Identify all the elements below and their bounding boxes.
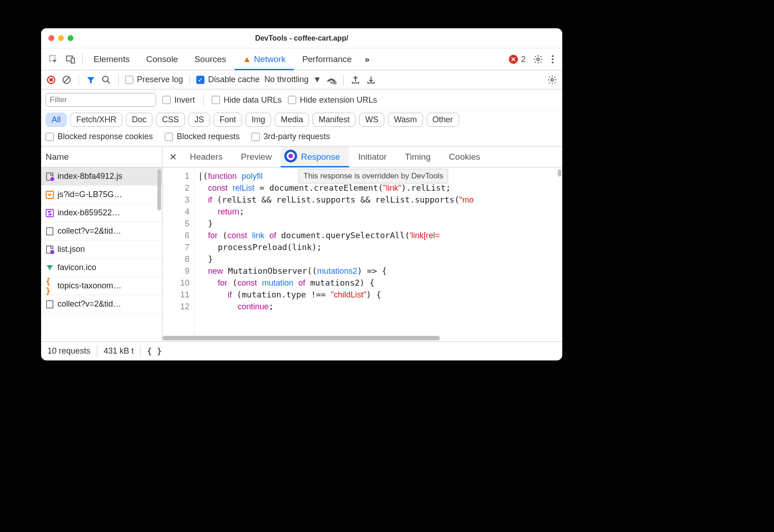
invert-checkbox[interactable]: Invert bbox=[162, 95, 195, 105]
svg-point-6 bbox=[552, 62, 554, 63]
code-viewer: 123456789101112 |(function polyfil const… bbox=[162, 167, 562, 341]
svg-rect-16 bbox=[47, 173, 53, 180]
override-tooltip: This response is overridden by DevTools bbox=[298, 169, 448, 183]
horizontal-scrollbar[interactable] bbox=[162, 336, 440, 340]
request-row[interactable]: js?id=G-LB75G… bbox=[41, 186, 162, 204]
chip-ws[interactable]: WS bbox=[359, 113, 384, 127]
kebab-menu-icon[interactable] bbox=[547, 55, 559, 64]
blocked-cookies-checkbox[interactable]: Blocked response cookies bbox=[46, 132, 153, 141]
request-row[interactable]: list.json bbox=[41, 240, 162, 259]
chip-doc[interactable]: Doc bbox=[126, 113, 152, 127]
filter-icon[interactable] bbox=[85, 74, 96, 85]
request-row[interactable]: collect?v=2&tid… bbox=[41, 295, 162, 313]
vertical-scrollbar[interactable] bbox=[558, 169, 561, 177]
tab-timing[interactable]: Timing bbox=[396, 146, 439, 167]
more-tabs-button[interactable]: » bbox=[360, 48, 374, 70]
svg-rect-8 bbox=[50, 78, 53, 81]
request-row[interactable]: { } topics-taxonom… bbox=[41, 277, 162, 295]
device-toolbar-icon[interactable] bbox=[62, 48, 79, 70]
tab-cookies[interactable]: Cookies bbox=[440, 146, 490, 167]
throttling-select[interactable]: No throttling ▼ bbox=[264, 75, 321, 84]
record-button[interactable] bbox=[46, 74, 57, 85]
chip-font[interactable]: Font bbox=[214, 113, 242, 127]
hide-extension-urls-checkbox[interactable]: Hide extension URLs bbox=[288, 95, 377, 105]
svg-point-5 bbox=[552, 58, 554, 60]
error-icon: ✕ bbox=[509, 55, 518, 64]
chip-manifest[interactable]: Manifest bbox=[313, 113, 356, 127]
tab-sources[interactable]: Sources bbox=[186, 48, 235, 70]
preserve-log-checkbox[interactable]: Preserve log bbox=[125, 75, 183, 84]
type-filter-chips: All Fetch/XHR Doc CSS JS Font Img Media … bbox=[41, 111, 562, 131]
third-party-checkbox[interactable]: 3rd-party requests bbox=[251, 132, 330, 141]
extra-filter-row: Blocked response cookies Blocked request… bbox=[41, 131, 562, 146]
code-content[interactable]: |(function polyfil const relList = docum… bbox=[194, 167, 562, 341]
close-detail-button[interactable]: ✕ bbox=[165, 151, 181, 162]
request-row[interactable]: collect?v=2&tid… bbox=[41, 222, 162, 240]
request-row[interactable]: index-b859522… bbox=[41, 204, 162, 222]
horizontal-scrollbar-track bbox=[162, 335, 562, 341]
chip-media[interactable]: Media bbox=[275, 113, 309, 127]
close-window-button[interactable] bbox=[48, 35, 54, 41]
network-toolbar: Preserve log ✓Disable cache No throttlin… bbox=[41, 70, 562, 89]
request-row[interactable]: favicon.ico bbox=[41, 259, 162, 277]
upload-har-icon[interactable] bbox=[350, 74, 361, 85]
settings-gear-icon[interactable] bbox=[529, 54, 547, 64]
chip-img[interactable]: Img bbox=[246, 113, 271, 127]
hide-data-urls-checkbox[interactable]: Hide data URLs bbox=[212, 95, 282, 105]
tab-headers[interactable]: Headers bbox=[181, 146, 232, 167]
tab-initiator[interactable]: Initiator bbox=[349, 146, 396, 167]
chip-js[interactable]: JS bbox=[188, 113, 210, 127]
script-file-icon bbox=[46, 191, 54, 199]
tab-console[interactable]: Console bbox=[138, 48, 186, 70]
svg-point-13 bbox=[330, 82, 332, 83]
tab-network[interactable]: ▲ Network bbox=[235, 48, 294, 70]
css-file-icon bbox=[46, 209, 54, 217]
override-indicator-icon bbox=[284, 150, 297, 162]
svg-line-12 bbox=[108, 81, 110, 83]
warning-icon: ▲ bbox=[243, 54, 251, 64]
content-area: Name index-8bfa4912.js js?id=G-LB75G… in… bbox=[41, 146, 562, 341]
request-count: 10 requests bbox=[41, 342, 97, 360]
chevron-down-icon: ▼ bbox=[313, 75, 321, 84]
chip-all[interactable]: All bbox=[46, 113, 67, 127]
chip-css[interactable]: CSS bbox=[156, 113, 185, 127]
inspect-element-icon[interactable] bbox=[45, 48, 62, 70]
tab-performance[interactable]: Performance bbox=[294, 48, 360, 70]
chip-wasm[interactable]: Wasm bbox=[388, 113, 423, 127]
sidebar-scrollbar[interactable] bbox=[157, 169, 161, 210]
chip-other[interactable]: Other bbox=[427, 113, 459, 127]
svg-rect-20 bbox=[47, 246, 53, 253]
error-count-badge[interactable]: ✕ 2 bbox=[505, 54, 529, 64]
disable-cache-checkbox[interactable]: ✓Disable cache bbox=[196, 75, 260, 84]
pretty-print-button[interactable]: { } bbox=[141, 346, 168, 356]
transferred-size: 431 kB t bbox=[97, 342, 140, 360]
main-tab-bar: Elements Console Sources ▲ Network Perfo… bbox=[41, 48, 562, 70]
doc-file-icon bbox=[46, 227, 54, 235]
line-gutter: 123456789101112 bbox=[162, 167, 194, 341]
status-bar: 10 requests 431 kB t { } bbox=[41, 341, 562, 360]
request-row[interactable]: index-8bfa4912.js bbox=[41, 167, 162, 186]
request-sidebar: Name index-8bfa4912.js js?id=G-LB75G… in… bbox=[41, 146, 162, 341]
download-har-icon[interactable] bbox=[366, 74, 377, 85]
clear-button[interactable] bbox=[61, 74, 72, 85]
network-settings-gear-icon[interactable] bbox=[547, 74, 558, 85]
request-list: index-8bfa4912.js js?id=G-LB75G… index-b… bbox=[41, 167, 162, 341]
minimize-window-button[interactable] bbox=[58, 35, 64, 41]
svg-point-11 bbox=[103, 76, 108, 82]
filter-input[interactable] bbox=[46, 93, 156, 107]
tab-response[interactable]: Response bbox=[281, 146, 349, 167]
doc-file-icon bbox=[46, 300, 54, 308]
json-file-icon bbox=[46, 245, 54, 254]
maximize-window-button[interactable] bbox=[68, 35, 73, 41]
network-conditions-icon[interactable] bbox=[326, 74, 337, 85]
name-column-header[interactable]: Name bbox=[41, 146, 162, 167]
tab-elements[interactable]: Elements bbox=[85, 48, 138, 70]
search-icon[interactable] bbox=[101, 74, 112, 85]
blocked-requests-checkbox[interactable]: Blocked requests bbox=[165, 132, 240, 141]
tab-preview[interactable]: Preview bbox=[232, 146, 281, 167]
svg-rect-21 bbox=[47, 301, 53, 308]
window-title: DevTools - coffee-cart.app/ bbox=[41, 34, 562, 42]
svg-point-4 bbox=[552, 55, 554, 57]
chip-fetch-xhr[interactable]: Fetch/XHR bbox=[70, 113, 122, 127]
detail-tabs: ✕ Headers Preview Response Initiator Tim… bbox=[162, 146, 562, 167]
